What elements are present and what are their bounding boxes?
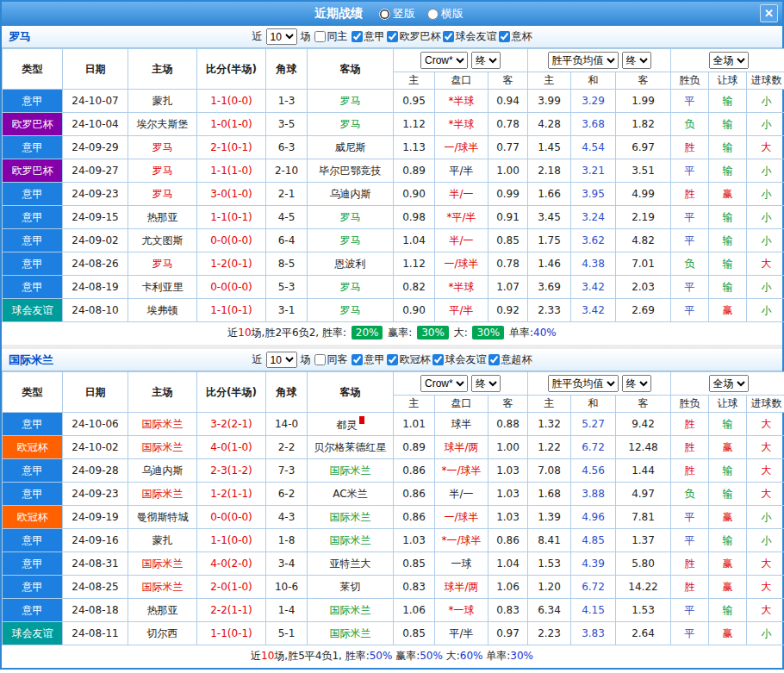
handicap-result: 输 <box>709 206 747 229</box>
league-filter-checkbox[interactable]: 意超杯 <box>488 352 532 367</box>
league-badge: 意甲 <box>3 576 63 599</box>
home-team: 罗马 <box>128 159 197 183</box>
avg-select[interactable]: 胜平负均值 <box>548 52 619 69</box>
odds-company-select[interactable]: Crow* <box>420 52 468 69</box>
league-filter-checkbox[interactable]: 欧冠杯 <box>387 352 431 367</box>
lose-odds: 3.51 <box>616 159 671 183</box>
draw-odds: 6.72 <box>571 576 616 599</box>
same-venue-input[interactable] <box>314 31 326 42</box>
league-filter-input[interactable] <box>387 354 398 365</box>
win-odds: 1.66 <box>528 183 571 206</box>
league-filter-input[interactable] <box>499 31 510 42</box>
league-filter-input[interactable] <box>488 354 500 365</box>
handicap-result: 赢 <box>709 552 747 576</box>
ah-home-odds: 0.98 <box>394 206 435 229</box>
away-team: AC米兰 <box>308 483 394 506</box>
league-filter-checkbox[interactable]: 意甲 <box>352 352 385 367</box>
win-odds: 3.99 <box>528 90 571 113</box>
away-team: 罗马 <box>308 90 394 113</box>
odds-company-select[interactable]: Crow* <box>420 375 468 392</box>
avg-final-select[interactable]: 终 <box>622 52 651 69</box>
corner-score: 1-3 <box>266 90 308 113</box>
league-filter-input[interactable] <box>443 31 454 42</box>
col-header-corner: 角球 <box>266 49 308 90</box>
league-filter-input[interactable] <box>387 31 398 42</box>
win-odds: 2.23 <box>528 622 571 645</box>
col-header-away: 客场 <box>308 372 394 413</box>
result: 平 <box>671 622 709 645</box>
same-venue-input[interactable] <box>314 354 326 365</box>
league-filter-checkbox[interactable]: 球会友谊 <box>432 352 487 367</box>
recent-count-select[interactable]: 10 <box>266 28 297 45</box>
home-team: 埃弗顿 <box>128 299 197 322</box>
ah-away-odds: 1.07 <box>488 276 528 299</box>
league-filter-checkbox[interactable]: 意杯 <box>499 29 532 44</box>
ah-home-odds: 0.85 <box>394 622 435 645</box>
summary-rate-badge: 30% <box>472 326 504 340</box>
handicap-result: 输 <box>709 483 747 506</box>
league-filter-label: 欧罗巴杯 <box>400 29 441 44</box>
same-venue-checkbox[interactable]: 同主 <box>314 29 348 44</box>
league-filter-input[interactable] <box>352 354 363 365</box>
odds-final-select[interactable]: 终 <box>471 375 501 392</box>
draw-odds: 3.29 <box>571 90 616 113</box>
score: 0-0(0-0) <box>197 229 266 252</box>
league-filter-input[interactable] <box>432 354 444 365</box>
result: 负 <box>671 483 709 506</box>
score: 3-0(1-0) <box>197 183 266 206</box>
summary-text: 近 <box>227 327 238 339</box>
odds-final-select[interactable]: 终 <box>471 52 501 69</box>
score: 4-0(1-0) <box>197 436 266 459</box>
view-option-vertical[interactable]: 竖版 <box>379 6 415 22</box>
ah-away-odds: 0.85 <box>488 229 528 252</box>
col-header-score: 比分(半场) <box>197 372 266 413</box>
goals-result: 大 <box>747 599 784 622</box>
score: 2-3(1-2) <box>197 459 266 483</box>
sections-container: 罗马 近 10 场 同主 意甲欧罗巴杯球会友谊意杯 类型 <box>2 26 782 668</box>
draw-odds: 3.95 <box>571 183 616 206</box>
close-button[interactable]: ✕ <box>760 4 778 22</box>
scope-select[interactable]: 全场 <box>709 52 749 69</box>
lose-odds: 2.03 <box>616 276 671 299</box>
ah-away-odds: 1.03 <box>488 459 528 483</box>
vertical-view-radio[interactable] <box>379 9 390 20</box>
recent-count-select[interactable]: 10 <box>266 352 297 368</box>
league-filter-checkbox[interactable]: 欧罗巴杯 <box>387 29 441 44</box>
match-date: 24-09-19 <box>63 506 128 529</box>
goals-result: 小 <box>747 506 784 529</box>
goals-result: 大 <box>747 459 784 483</box>
avg-select[interactable]: 胜平负均值 <box>548 375 619 392</box>
draw-odds: 4.56 <box>571 459 616 483</box>
handicap-result: 输 <box>709 136 747 159</box>
avg-final-select[interactable]: 终 <box>622 375 651 392</box>
league-filter-input[interactable] <box>352 31 363 42</box>
ah-home-odds: 0.86 <box>394 459 435 483</box>
same-venue-checkbox[interactable]: 同客 <box>314 352 348 367</box>
win-odds: 1.32 <box>528 413 571 436</box>
col-header-league: 类型 <box>3 372 63 413</box>
match-row: 意甲 24-09-28 乌迪内斯 2-3(1-2) 7-3 国际米兰 0.86 … <box>3 459 784 483</box>
home-team: 尤文图斯 <box>128 229 197 252</box>
ah-away-odds: 1.00 <box>488 159 528 183</box>
match-date: 24-09-23 <box>63 183 128 206</box>
corner-score: 3-4 <box>266 552 308 576</box>
league-filters: 意甲欧罗巴杯球会友谊意杯 <box>352 29 532 44</box>
match-row: 意甲 24-10-06 国际米兰 3-2(2-1) 14-0 都灵 1.01 球… <box>3 413 784 436</box>
league-filter-checkbox[interactable]: 意甲 <box>352 29 385 44</box>
league-badge: 意甲 <box>3 529 63 552</box>
home-team: 国际米兰 <box>128 552 197 576</box>
league-badge: 意甲 <box>3 90 63 113</box>
away-team: 威尼斯 <box>308 136 394 159</box>
win-odds: 1.20 <box>528 576 571 599</box>
horizontal-view-radio[interactable] <box>427 9 439 20</box>
league-filter-checkbox[interactable]: 球会友谊 <box>443 29 497 44</box>
draw-odds: 5.27 <box>571 413 616 436</box>
corner-score: 2-2 <box>266 436 308 459</box>
away-team: 国际米兰 <box>308 529 394 552</box>
scope-select[interactable]: 全场 <box>709 375 749 392</box>
league-badge: 意甲 <box>3 276 63 299</box>
sub-header-draw: 和 <box>571 72 616 90</box>
summary: 近10场,胜2平6负2, 胜率: 20% 赢率: 30% 大: 30% 单率:4… <box>2 322 782 345</box>
col-header-away: 客场 <box>308 49 394 90</box>
view-option-horizontal[interactable]: 横版 <box>427 6 464 22</box>
